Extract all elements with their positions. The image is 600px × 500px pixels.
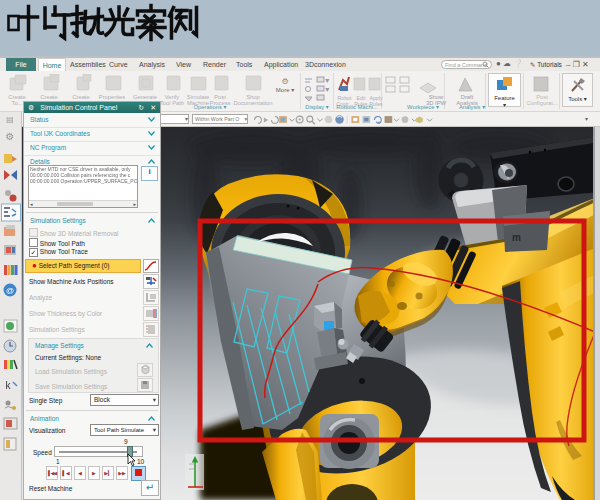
svg-text:⚙: ⚙ [6,131,15,142]
svg-text:▾: ▾ [326,77,329,83]
svg-text:▤: ▤ [6,115,14,124]
svg-text:m: m [512,232,521,243]
svg-text:@: @ [6,286,14,295]
svg-text:▾: ▾ [326,86,329,92]
svg-text:k: k [6,380,12,391]
